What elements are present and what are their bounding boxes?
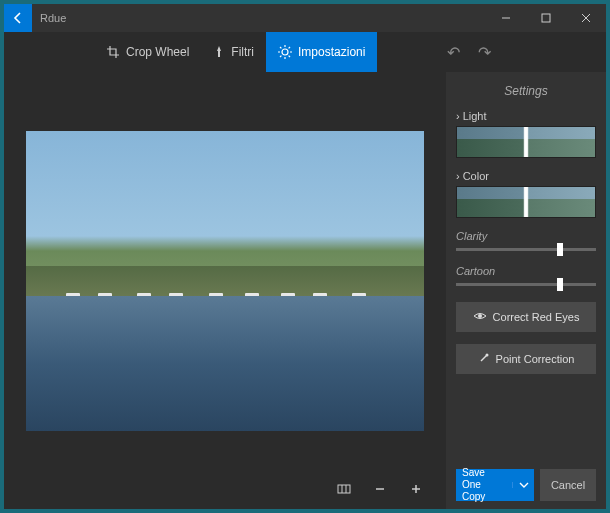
- maximize-button[interactable]: [526, 4, 566, 32]
- section-color[interactable]: › Color: [446, 166, 606, 226]
- back-button[interactable]: [4, 4, 32, 32]
- tab-filters[interactable]: Filtri: [201, 32, 266, 72]
- redeye-label: Correct Red Eyes: [493, 311, 580, 323]
- clarity-label: Clarity: [456, 230, 596, 242]
- clarity-slider[interactable]: [456, 248, 596, 251]
- cartoon-thumb[interactable]: [557, 278, 563, 291]
- tab-settings-label: Impostazioni: [298, 45, 365, 59]
- titlebar: Rdue: [4, 4, 606, 32]
- clarity-thumb[interactable]: [557, 243, 563, 256]
- title-text: Rdue: [40, 12, 66, 24]
- cartoon-label: Cartoon: [456, 265, 596, 277]
- minimize-button[interactable]: [486, 4, 526, 32]
- settings-panel: Settings › Light › Color Clarity: [446, 72, 606, 509]
- save-dropdown[interactable]: [512, 482, 534, 488]
- tab-filters-label: Filtri: [231, 45, 254, 59]
- redeye-button[interactable]: Correct Red Eyes: [456, 302, 596, 332]
- eye-icon: [473, 311, 487, 323]
- panel-title: Settings: [446, 72, 606, 106]
- chevron-right-icon: ›: [456, 170, 460, 182]
- undo-redo-group: ↶ ↷: [447, 43, 491, 62]
- crop-icon: [106, 45, 120, 59]
- main-area: Settings › Light › Color Clarity: [4, 72, 606, 509]
- svg-line-9: [280, 47, 281, 48]
- point-label: Point Correction: [496, 353, 575, 365]
- redo-button[interactable]: ↷: [478, 43, 491, 62]
- undo-button[interactable]: ↶: [447, 43, 460, 62]
- svg-point-19: [478, 314, 482, 318]
- window-controls: [486, 4, 606, 32]
- bottom-actions: Save One Copy Cancel: [446, 461, 606, 509]
- photo-preview[interactable]: [26, 131, 424, 431]
- tab-crop-label: Crop Wheel: [126, 45, 189, 59]
- color-label: Color: [463, 170, 489, 182]
- zoom-in-button[interactable]: [406, 479, 426, 499]
- save-button[interactable]: Save One Copy: [456, 469, 534, 501]
- svg-point-4: [282, 49, 288, 55]
- light-preview[interactable]: [456, 126, 596, 158]
- brush-icon: [213, 45, 225, 59]
- fit-button[interactable]: [334, 479, 354, 499]
- wand-icon: [478, 352, 490, 366]
- tab-settings[interactable]: Impostazioni: [266, 32, 377, 72]
- zoom-out-button[interactable]: [370, 479, 390, 499]
- color-preview[interactable]: [456, 186, 596, 218]
- tab-crop[interactable]: Crop Wheel: [94, 32, 201, 72]
- point-correction-button[interactable]: Point Correction: [456, 344, 596, 374]
- cartoon-slider[interactable]: [456, 283, 596, 286]
- sun-icon: [278, 45, 292, 59]
- save-line1: Save One: [462, 467, 506, 491]
- svg-line-12: [289, 47, 290, 48]
- svg-line-11: [280, 56, 281, 57]
- save-line2: Copy: [462, 491, 506, 503]
- color-header: › Color: [456, 170, 596, 182]
- cancel-button[interactable]: Cancel: [540, 469, 596, 501]
- close-button[interactable]: [566, 4, 606, 32]
- zoom-bar: [4, 469, 446, 509]
- clarity-group: Clarity: [446, 226, 606, 261]
- toolbar: Crop Wheel Filtri Impostazioni ↶ ↷: [4, 32, 606, 72]
- svg-point-21: [485, 354, 488, 357]
- canvas-area: [4, 72, 446, 509]
- canvas-viewport: [4, 72, 446, 469]
- section-light[interactable]: › Light: [446, 106, 606, 166]
- svg-rect-13: [338, 485, 350, 493]
- chevron-right-icon: ›: [456, 110, 460, 122]
- app-window: Rdue Crop Wheel Filtri Impostazioni ↶ ↷: [4, 4, 606, 509]
- svg-rect-1: [542, 14, 550, 22]
- cartoon-group: Cartoon: [446, 261, 606, 296]
- svg-line-10: [289, 56, 290, 57]
- light-label: Light: [463, 110, 487, 122]
- light-header: › Light: [456, 110, 596, 122]
